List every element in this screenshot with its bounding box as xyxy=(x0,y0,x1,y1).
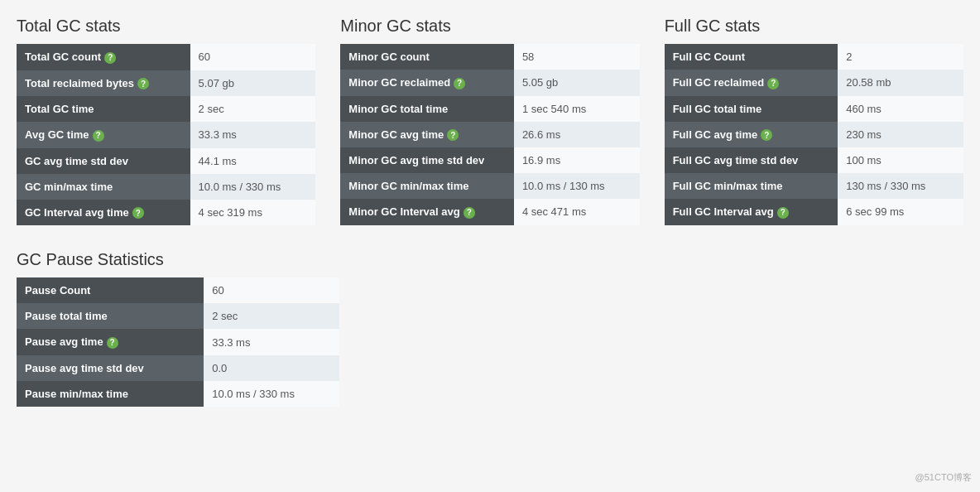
table-row: Full GC total time460 ms xyxy=(665,96,963,122)
table-row: Total GC count?60 xyxy=(17,44,315,70)
stat-value: 460 ms xyxy=(838,96,963,122)
stat-key: Full GC Count xyxy=(665,44,838,70)
table-row: Total reclaimed bytes?5.07 gb xyxy=(17,70,315,97)
stat-value: 230 ms xyxy=(838,122,963,148)
pause-stats-section: GC Pause Statistics Pause Count60Pause t… xyxy=(17,250,339,407)
stat-key: GC Interval avg time? xyxy=(17,200,190,226)
stat-key: Total GC count? xyxy=(17,44,190,70)
stat-key: Minor GC total time xyxy=(340,96,514,122)
stat-key: Full GC avg time std dev xyxy=(665,147,838,173)
stat-key: Full GC Interval avg? xyxy=(665,199,838,225)
stat-value: 100 ms xyxy=(838,147,963,173)
help-icon[interactable]: ? xyxy=(107,337,118,349)
total-gc-title: Total GC stats xyxy=(17,17,315,36)
table-row: Pause min/max time10.0 ms / 330 ms xyxy=(17,381,339,407)
table-row: Full GC Count2 xyxy=(665,44,963,70)
minor-gc-title: Minor GC stats xyxy=(340,17,639,36)
table-row: GC Interval avg time?4 sec 319 ms xyxy=(17,200,315,226)
stat-key: Full GC min/max time xyxy=(665,173,838,199)
stat-value: 4 sec 319 ms xyxy=(190,200,316,226)
help-icon[interactable]: ? xyxy=(761,129,772,141)
stat-key: Minor GC min/max time xyxy=(340,173,514,199)
total-gc-section: Total GC stats Total GC count?60Total re… xyxy=(17,17,315,225)
table-row: Total GC time2 sec xyxy=(17,96,315,122)
stat-key: Full GC avg time? xyxy=(665,122,838,148)
full-gc-title: Full GC stats xyxy=(665,17,963,36)
stat-value: 10.0 ms / 130 ms xyxy=(514,173,640,199)
minor-gc-table: Minor GC count58Minor GC reclaimed?5.05 … xyxy=(340,44,639,225)
total-gc-table: Total GC count?60Total reclaimed bytes?5… xyxy=(17,44,315,225)
help-icon[interactable]: ? xyxy=(447,129,459,141)
table-row: Minor GC min/max time10.0 ms / 130 ms xyxy=(340,173,639,199)
stat-key: Minor GC Interval avg? xyxy=(340,199,514,225)
stat-value: 2 sec xyxy=(204,303,339,329)
table-row: Pause Count60 xyxy=(17,277,339,303)
stat-value: 10.0 ms / 330 ms xyxy=(204,381,339,407)
stat-key: Minor GC avg time? xyxy=(340,122,514,148)
table-row: Full GC avg time?230 ms xyxy=(665,122,963,148)
stat-value: 10.0 ms / 330 ms xyxy=(190,174,316,200)
table-row: Full GC min/max time130 ms / 330 ms xyxy=(665,173,963,199)
stat-value: 60 xyxy=(190,44,316,70)
stat-value: 16.9 ms xyxy=(514,147,640,173)
table-row: Pause avg time?33.3 ms xyxy=(17,329,339,355)
help-icon[interactable]: ? xyxy=(464,207,475,219)
stat-value: 6 sec 99 ms xyxy=(838,199,963,225)
stat-key: Pause total time xyxy=(17,303,204,329)
table-row: Pause total time2 sec xyxy=(17,303,339,329)
stat-key: Minor GC reclaimed? xyxy=(340,70,514,96)
main-stats-grid: Total GC stats Total GC count?60Total re… xyxy=(17,17,963,225)
help-icon[interactable]: ? xyxy=(137,78,149,89)
table-row: Minor GC Interval avg?4 sec 471 ms xyxy=(340,199,639,225)
table-row: Avg GC time?33.3 ms xyxy=(17,122,315,148)
stat-value: 20.58 mb xyxy=(838,70,963,96)
table-row: GC min/max time10.0 ms / 330 ms xyxy=(17,174,315,200)
help-icon[interactable]: ? xyxy=(767,78,779,89)
help-icon[interactable]: ? xyxy=(454,78,465,89)
help-icon[interactable]: ? xyxy=(104,52,116,64)
table-row: Minor GC total time1 sec 540 ms xyxy=(340,96,639,122)
stat-key: Minor GC avg time std dev xyxy=(340,147,514,173)
full-gc-table: Full GC Count2Full GC reclaimed?20.58 mb… xyxy=(665,44,963,225)
table-row: Full GC avg time std dev100 ms xyxy=(665,147,963,173)
help-icon[interactable]: ? xyxy=(93,130,104,142)
stat-key: Full GC total time xyxy=(665,96,838,122)
table-row: Minor GC avg time?26.6 ms xyxy=(340,122,639,148)
stat-key: Pause avg time? xyxy=(17,329,204,355)
table-row: Pause avg time std dev0.0 xyxy=(17,355,339,381)
stat-value: 33.3 ms xyxy=(190,122,316,148)
table-row: Full GC reclaimed?20.58 mb xyxy=(665,70,963,96)
table-row: Minor GC count58 xyxy=(340,44,639,70)
stat-key: Minor GC count xyxy=(340,44,514,70)
stat-value: 4 sec 471 ms xyxy=(514,199,640,225)
stat-key: Full GC reclaimed? xyxy=(665,70,838,96)
stat-key: Total reclaimed bytes? xyxy=(17,70,190,97)
pause-stats-table: Pause Count60Pause total time2 secPause … xyxy=(17,277,339,407)
help-icon[interactable]: ? xyxy=(132,207,144,219)
help-icon[interactable]: ? xyxy=(777,207,789,219)
stat-key: Pause avg time std dev xyxy=(17,355,204,381)
stat-key: Total GC time xyxy=(17,96,190,122)
stat-key: GC min/max time xyxy=(17,174,190,200)
table-row: Minor GC reclaimed?5.05 gb xyxy=(340,70,639,96)
stat-value: 130 ms / 330 ms xyxy=(838,173,963,199)
stat-value: 33.3 ms xyxy=(204,329,339,355)
table-row: GC avg time std dev44.1 ms xyxy=(17,148,315,174)
stat-value: 1 sec 540 ms xyxy=(514,96,640,122)
table-row: Full GC Interval avg?6 sec 99 ms xyxy=(665,199,963,225)
stat-value: 5.05 gb xyxy=(514,70,640,96)
stat-key: Pause Count xyxy=(17,277,204,303)
stat-value: 2 sec xyxy=(190,96,316,122)
stat-value: 44.1 ms xyxy=(190,148,316,174)
stat-key: GC avg time std dev xyxy=(17,148,190,174)
stat-value: 5.07 gb xyxy=(190,70,316,97)
stat-value: 60 xyxy=(204,277,339,303)
stat-value: 58 xyxy=(514,44,640,70)
minor-gc-section: Minor GC stats Minor GC count58Minor GC … xyxy=(340,17,639,225)
stat-value: 2 xyxy=(838,44,963,70)
stat-value: 26.6 ms xyxy=(514,122,640,148)
stat-value: 0.0 xyxy=(204,355,339,381)
stat-key: Pause min/max time xyxy=(17,381,204,407)
pause-stats-title: GC Pause Statistics xyxy=(17,250,339,269)
stat-key: Avg GC time? xyxy=(17,122,190,148)
